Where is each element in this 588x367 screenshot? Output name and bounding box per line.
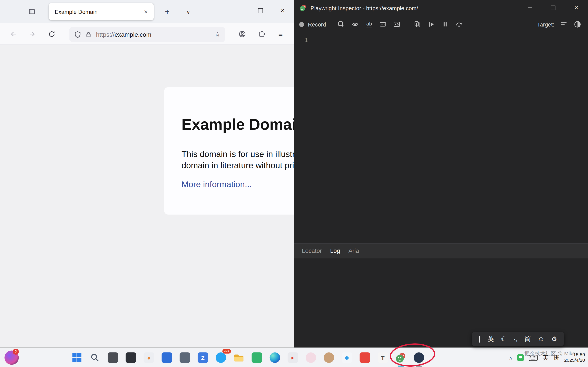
close-button[interactable]: × bbox=[272, 0, 294, 21]
tray-keyboard-icon[interactable] bbox=[529, 354, 538, 361]
tray-date: 2025/4/20 bbox=[564, 358, 585, 363]
menu-button[interactable]: ≡ bbox=[275, 29, 286, 39]
taskbar-icon-typora[interactable]: T bbox=[375, 350, 390, 365]
pause-button[interactable] bbox=[440, 19, 450, 30]
tab-log[interactable]: Log bbox=[326, 248, 344, 254]
tab-close-icon[interactable]: × bbox=[143, 8, 149, 16]
reload-button[interactable] bbox=[47, 29, 57, 39]
assert-text-button[interactable]: ab bbox=[364, 19, 374, 30]
lock-icon[interactable] bbox=[85, 31, 92, 38]
assert-visibility-button[interactable] bbox=[350, 19, 360, 30]
page-paragraph-line1: This domain is for use in illustrative e… bbox=[182, 150, 294, 159]
app-cat-light-icon bbox=[306, 352, 316, 363]
taskbar-icon-app-tan[interactable] bbox=[321, 350, 336, 365]
forward-button[interactable] bbox=[27, 29, 37, 39]
theme-toggle-button[interactable] bbox=[572, 19, 583, 30]
step-over-button[interactable] bbox=[454, 19, 464, 30]
extensions-button[interactable] bbox=[256, 29, 267, 39]
badge-count: 99+ bbox=[222, 349, 231, 354]
target-language-button[interactable] bbox=[558, 19, 569, 30]
taskbar-icon-app-dark[interactable] bbox=[123, 350, 138, 365]
minimize-button[interactable]: – bbox=[226, 0, 249, 21]
new-tab-button[interactable]: + bbox=[161, 6, 173, 18]
resume-play-icon bbox=[428, 21, 435, 28]
tab-aria[interactable]: Aria bbox=[344, 248, 363, 254]
inspector-source-area[interactable]: 1 bbox=[294, 33, 588, 243]
tab-title: Example Domain bbox=[55, 8, 143, 15]
ime-simplified[interactable]: 简 bbox=[525, 336, 531, 342]
account-button[interactable] bbox=[237, 29, 247, 39]
tab-locator[interactable]: Locator bbox=[298, 248, 326, 254]
tray-language-english[interactable]: 英 bbox=[543, 354, 548, 362]
browser-viewport: Example Domain This domain is for use in… bbox=[0, 45, 294, 347]
tray-messaging-icon[interactable] bbox=[517, 354, 524, 361]
typora-icon: T bbox=[378, 352, 388, 363]
ime-punctuation-icon[interactable]: ·, bbox=[514, 336, 518, 342]
inspector-title-bar[interactable]: Playwright Inspector - https://example.c… bbox=[294, 0, 588, 16]
shield-icon[interactable] bbox=[74, 31, 81, 38]
ime-lang-english[interactable]: 英 bbox=[488, 336, 494, 342]
taskbar-icon-app-slate[interactable] bbox=[177, 350, 192, 365]
record-button[interactable]: Record bbox=[299, 21, 326, 27]
playwright-inspector-window: Playwright Inspector - https://example.c… bbox=[294, 0, 588, 347]
taskbar-icon-playwright[interactable] bbox=[393, 350, 408, 365]
ime-emoji-icon[interactable]: ☺ bbox=[538, 336, 544, 342]
taskbar-icon-app-gray[interactable] bbox=[105, 350, 120, 365]
minimize-icon bbox=[528, 8, 532, 8]
taskbar-icon-app-navy-circle[interactable] bbox=[411, 350, 426, 365]
app-tan-icon bbox=[324, 352, 334, 363]
maximize-icon bbox=[258, 8, 263, 13]
taskbar-icon-file-explorer[interactable] bbox=[231, 350, 246, 365]
app-white-blue-icon: ◆ bbox=[342, 352, 352, 363]
more-information-link[interactable]: More information... bbox=[182, 180, 252, 190]
taskbar-icon-app-white-blue[interactable]: ◆ bbox=[339, 350, 354, 365]
playwright-masks-icon bbox=[299, 4, 307, 12]
bookmark-star-icon[interactable]: ☆ bbox=[214, 30, 221, 39]
pick-locator-button[interactable] bbox=[336, 19, 346, 30]
running-app-indicator bbox=[398, 366, 404, 367]
record-label: Record bbox=[308, 21, 326, 27]
tray-chevron-up-icon[interactable]: ∧ bbox=[509, 355, 512, 360]
taskbar-icon-app-blue-calendar[interactable] bbox=[159, 350, 174, 365]
url-bar[interactable]: https://example.com ☆ bbox=[69, 27, 225, 42]
browser-tab[interactable]: Example Domain × bbox=[49, 3, 154, 20]
ime-settings-gear-icon[interactable]: ⚙ bbox=[551, 336, 557, 342]
app-light-camera-icon: ● bbox=[144, 352, 154, 363]
taskbar-icon-start[interactable] bbox=[69, 350, 84, 365]
assert-snapshot-button[interactable] bbox=[392, 19, 402, 30]
firefox-view-button[interactable] bbox=[26, 6, 38, 17]
reload-icon bbox=[48, 30, 56, 38]
url-text[interactable]: https://example.com bbox=[96, 31, 214, 38]
app-player-icon: ▸ bbox=[288, 352, 298, 363]
ime-toolbar: |英☾·,简☺⚙ bbox=[472, 332, 564, 346]
taskbar-icon-app-blue-z[interactable]: Z bbox=[195, 350, 210, 365]
firefox-tab-strip: Example Domain × + ∨ – × bbox=[0, 0, 294, 24]
tray-clock[interactable]: 15:59 2025/4/20 bbox=[564, 352, 585, 363]
resume-button[interactable] bbox=[426, 19, 437, 30]
copy-icon bbox=[414, 21, 421, 28]
ime-halfwidth-moon-icon[interactable]: ☾ bbox=[501, 336, 507, 342]
eye-icon bbox=[352, 21, 359, 28]
assert-value-button[interactable] bbox=[378, 19, 388, 30]
taskbar-icon-app-green[interactable] bbox=[249, 350, 264, 365]
inspector-close-button[interactable]: × bbox=[565, 0, 588, 16]
taskbar-icon-app-player[interactable]: ▸ bbox=[285, 350, 300, 365]
list-all-tabs-button[interactable]: ∨ bbox=[182, 6, 194, 17]
back-arrow-icon bbox=[10, 30, 17, 38]
taskbar-icon-app-red[interactable] bbox=[357, 350, 372, 365]
taskbar-icon-edge[interactable] bbox=[268, 350, 282, 365]
taskbar-icon-app-chat[interactable]: 99+ bbox=[213, 350, 228, 365]
desktop: Example Domain × + ∨ – × bbox=[0, 0, 588, 367]
maximize-button[interactable] bbox=[249, 0, 272, 21]
tray-language-pinyin[interactable]: 拼 bbox=[553, 354, 559, 362]
taskbar-icon-app-light-camera[interactable]: ● bbox=[141, 350, 156, 365]
taskbar-icon-search[interactable] bbox=[87, 350, 102, 365]
inspector-maximize-button[interactable] bbox=[541, 0, 565, 16]
ime-caret[interactable]: | bbox=[479, 336, 481, 342]
inspector-minimize-button[interactable] bbox=[518, 0, 541, 16]
back-button[interactable] bbox=[8, 29, 18, 39]
taskbar-icon-app-cat-light[interactable] bbox=[303, 350, 318, 365]
inspector-title: Playwright Inspector - https://example.c… bbox=[311, 5, 418, 11]
copy-button[interactable] bbox=[412, 19, 423, 30]
inspector-panel-tabs: LocatorLogAria bbox=[294, 243, 588, 258]
